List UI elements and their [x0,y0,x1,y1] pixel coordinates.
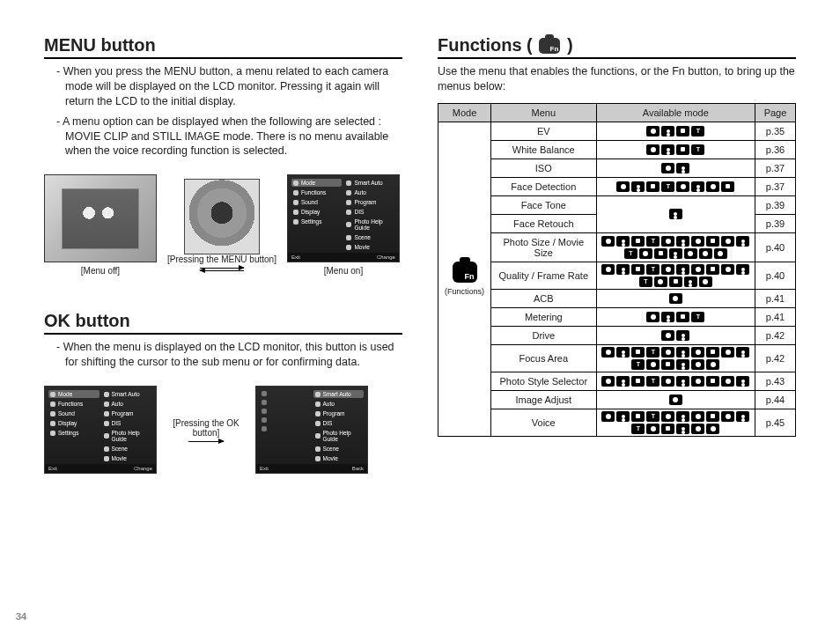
mode-icon [631,181,645,192]
mode-icon [669,293,682,304]
sound-icon [293,200,298,205]
available-mode-cell [596,232,755,262]
mode-icon [661,264,674,275]
menu-item-dis: DIS [102,419,153,427]
mode-icon [676,376,689,387]
page-cell: p.35 [755,122,796,140]
menu-cell: Face Tone [491,195,597,214]
mode-icon [661,359,674,370]
available-mode-cell [596,307,755,326]
fn-icon [50,402,55,407]
menu-left-label: Sound [58,410,75,417]
mode-icon [691,424,704,434]
menu-cell: Drive [491,326,597,344]
menu-right-label: DIS [323,420,333,426]
menu-left-list: Mode Functions Sound Display Settings [48,390,99,469]
caption-pressing-menu: [Pressing the MENU button] [167,254,276,264]
camera-fn-icon [539,38,560,54]
available-mode-cell [596,289,755,307]
mode-icon-row [601,376,751,387]
footer-change: Change [134,466,152,471]
mode-icon [691,144,704,155]
mode-icon [631,236,645,247]
ok-para: When the menu is displayed on the LCD mo… [56,340,402,370]
menu-item-dim [260,399,311,406]
mode-icon [646,411,659,422]
table-row: Meteringp.41 [438,307,796,326]
mode-icon [706,347,719,358]
menu-left-label: Mode [58,391,72,397]
menu-item-dim [260,408,311,415]
th-avail: Available mode [596,103,755,122]
screen-menu-on: Mode Functions Sound Display Settings Sm… [287,174,400,276]
menu-right-label: Movie [354,244,369,250]
menu-cell: Quality / Frame Rate [491,262,597,289]
menu-right-label: DIS [112,420,122,426]
mode-icon [676,411,689,422]
th-page: Page [755,103,796,122]
mode-icon [691,236,704,247]
mode-icon [706,181,719,192]
dot-icon [315,433,321,439]
lcd-photo-preview [44,174,157,262]
menu-left-list-dim [260,390,311,469]
available-mode-cell [596,122,755,140]
mode-icon [661,312,674,322]
mode-icon [646,181,659,192]
mode-icon [646,376,659,387]
gear-icon [293,219,298,225]
ok-screens-row: Mode Functions Sound Display Settings Sm… [44,386,402,474]
menu-item-movie: Movie [102,454,153,462]
mode-icon [676,424,689,434]
mode-icon [631,411,645,422]
menu-item-photohelp: Photo Help Guide [313,429,365,443]
menu-item-settings: Settings [291,217,343,225]
functions-heading-suffix: ) [562,35,572,55]
table-row: Photo Style Selectorp.43 [438,372,796,390]
menu-right-label: Auto [323,401,335,407]
mode-icon [676,312,689,322]
footer-exit: Exit [260,466,269,471]
menu-right-label: Photo Help Guide [354,218,394,231]
functions-table: Mode Menu Available mode Page (Functions… [438,103,796,437]
menu-left-label: Mode [301,180,315,186]
menu-item-smartauto-selected: Smart Auto [313,390,365,398]
mode-cell: (Functions) [438,122,491,436]
available-mode-cell [596,158,755,177]
sound-icon [50,411,55,417]
available-mode-cell [596,195,755,232]
dot-icon [262,417,267,423]
mode-icon-row [601,264,751,287]
caption-menu-on: [Menu on] [324,266,363,276]
menu-cell: Image Adjust [491,390,597,409]
menu-item-display: Display [48,419,99,427]
menu-cell: Voice [491,409,597,436]
mode-icon [721,264,734,275]
mode-icon [616,236,630,247]
camera-icon [293,181,298,186]
gear-icon [50,431,55,436]
footer-exit: Exit [48,466,57,471]
mode-icon [661,424,674,434]
mode-icon [699,248,712,259]
menu-item-smartauto: Smart Auto [102,390,153,398]
mode-icon [639,276,652,287]
arrow-left-icon [200,270,244,271]
dot-icon [315,411,321,417]
page-cell: p.37 [755,158,796,177]
mode-icon [631,347,645,358]
dot-icon [346,190,351,195]
page-cell: p.37 [755,177,796,195]
footer-back: Back [352,466,364,471]
functions-intro: Use the menu that enables the functions,… [438,64,796,94]
menu-item-functions: Functions [48,400,99,408]
mode-label: (Functions) [444,287,485,296]
table-row: ISOp.37 [438,158,796,177]
dot-icon [346,210,351,215]
mode-icon [706,264,719,275]
mode-icon [684,276,697,287]
menu-item-program: Program [313,409,365,417]
mode-icon [676,264,689,275]
mode-icon [601,347,615,358]
mode-icon [699,276,712,287]
